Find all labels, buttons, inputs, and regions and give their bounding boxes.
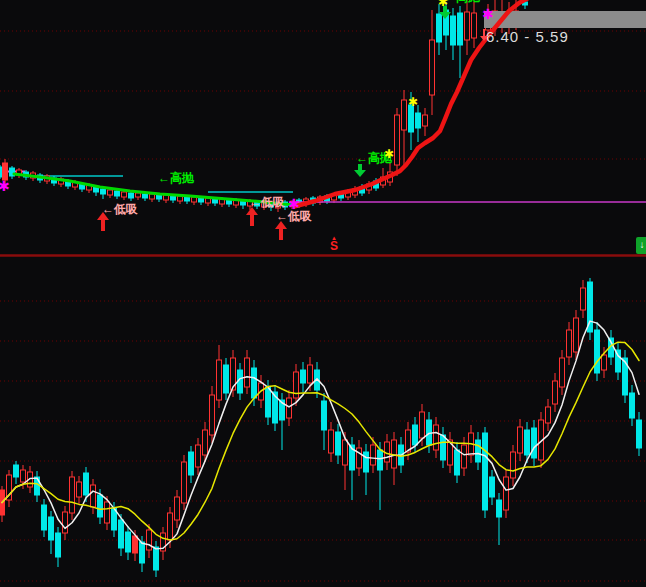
- signal-s-marker: ▲ S: [328, 236, 340, 251]
- buy-arrow-up-icon: [246, 207, 258, 226]
- magenta-star-icon: ✱: [482, 7, 494, 21]
- corner-scroll-down-icon[interactable]: ↓: [636, 237, 646, 254]
- price-range-label: 6.40 - 5.59: [486, 29, 569, 44]
- down-arrow-icon: ↓: [640, 239, 645, 250]
- buy-arrow-up-icon: [275, 221, 287, 240]
- magenta-star-icon: ✱: [0, 179, 10, 193]
- candlestick-chart-canvas[interactable]: [0, 0, 646, 587]
- sell-arrow-down-icon: [439, 6, 451, 19]
- gray-highlight-zone: [484, 11, 646, 28]
- buy-arrow-up-icon: [97, 212, 109, 231]
- sell-arrow-down-icon: [354, 164, 366, 177]
- stock-chart-screen: ←高抛 ←高抛 ←高抛 ←低吸 ←低吸 ←低吸 6.40 - 5.59 ✱ ✱ …: [0, 0, 646, 587]
- magenta-star-icon: ✱: [288, 197, 300, 211]
- yellow-star-icon: ✱: [384, 148, 394, 160]
- small-red-down-arrow-icon: [480, 29, 488, 41]
- yellow-star-icon: ✱: [408, 96, 418, 108]
- sell-high-label: ←高抛: [158, 172, 194, 184]
- sell-high-label-clipped: ←高抛: [444, 0, 480, 3]
